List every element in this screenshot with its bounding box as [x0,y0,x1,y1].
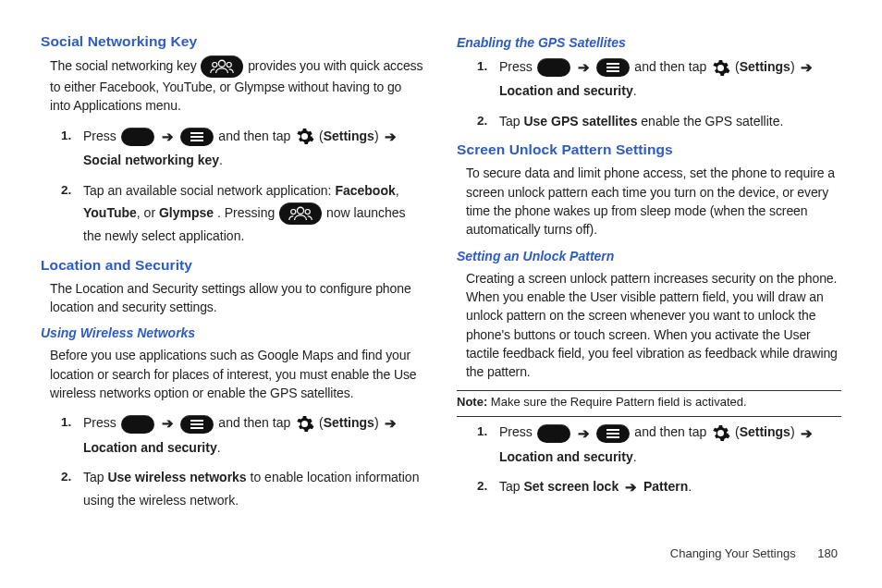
bold-text: Location and security [83,440,217,455]
people-icon [201,55,243,78]
text: ) [374,129,383,143]
text: Press [499,59,536,74]
bold-text: Use GPS satellites [523,114,637,129]
note-label: Note: [457,395,487,409]
text: . [633,83,637,98]
step-item: Tap Use GPS satellites enable the GPS sa… [477,110,841,133]
menu-button-icon [180,415,214,434]
home-button-icon [121,128,154,146]
bold-text: Settings [324,129,374,143]
chapter-title: Changing Your Settings [670,546,796,560]
bold-text: Set screen lock [523,479,619,494]
text: , [396,183,399,198]
paragraph-location-intro: The Location and Security settings allow… [50,279,425,317]
subheading-enabling-gps: Enabling the GPS Satellites [457,35,841,50]
text: Tap [83,470,107,484]
steps-pattern: Press ➔ and then tap (Settings) ➔ Locati… [477,421,841,499]
people-icon [279,202,322,225]
gear-icon [295,127,314,146]
text: and then tap [218,129,294,143]
text: enable the GPS satellite. [641,114,783,129]
home-button-icon [537,58,570,77]
text: Press [499,424,536,439]
menu-button-icon [180,128,214,146]
text: Tap an available social network applicat… [83,183,335,198]
arrow-icon: ➔ [385,125,397,149]
step-item: Tap Use wireless networks to enable loca… [61,466,425,511]
subheading-using-wireless-networks: Using Wireless Networks [41,325,425,340]
text: , or [137,205,159,220]
text: The social networking key [50,58,200,73]
text: . [688,479,692,494]
bold-text: Location and security [499,449,633,464]
bold-text: Settings [740,59,790,74]
bold-text: Settings [740,424,790,439]
text: and then tap [634,59,710,74]
home-button-icon [121,415,154,434]
text: . Pressing [217,205,278,220]
step-item: Press ➔ and then tap (Settings) ➔ Social… [61,125,425,172]
gear-icon [295,414,314,434]
document-page: Social Networking Key The social network… [0,0,882,588]
bold-text: Social networking key [83,153,219,167]
two-column-layout: Social Networking Key The social network… [41,28,841,539]
bold-text: Settings [324,415,374,430]
paragraph-wireless-intro: Before you use applications such as Goog… [50,346,425,402]
gear-icon [711,58,730,78]
note-text: Make sure the Require Pattern field is a… [487,395,746,409]
text: and then tap [218,415,294,430]
bold-text: Facebook [335,183,395,198]
bold-text: Location and security [499,83,633,98]
steps-gps: Press ➔ and then tap (Settings) ➔ Locati… [477,55,841,132]
page-number: 180 [817,546,838,560]
text: Tap [499,114,523,129]
note: Note: Make sure the Require Pattern fiel… [457,395,841,409]
bold-text: Use wireless networks [107,470,246,484]
arrow-icon: ➔ [162,411,174,435]
text: and then tap [634,424,710,439]
left-column: Social Networking Key The social network… [41,28,425,539]
text: ) [790,424,799,439]
text: . [219,153,223,167]
step-item: Tap Set screen lock ➔ Pattern. [477,475,841,499]
steps-social: Press ➔ and then tap (Settings) ➔ Social… [61,125,425,248]
bold-text: Glympse [159,205,214,220]
bold-text: YouTube [83,205,137,220]
arrow-icon: ➔ [625,475,637,499]
steps-wireless: Press ➔ and then tap (Settings) ➔ Locati… [61,411,425,511]
heading-screen-unlock-pattern: Screen Unlock Pattern Settings [457,141,841,158]
arrow-icon: ➔ [801,55,813,80]
text: Press [83,415,120,430]
menu-button-icon [596,424,630,443]
text: ) [790,59,799,74]
text: . [633,449,637,464]
step-item: Press ➔ and then tap (Settings) ➔ Locati… [477,55,841,103]
page-footer: Changing Your Settings 180 [41,546,841,560]
heading-social-networking-key: Social Networking Key [41,33,425,50]
arrow-icon: ➔ [162,125,174,149]
text: Press [83,129,120,143]
step-item: Press ➔ and then tap (Settings) ➔ Locati… [477,421,841,468]
paragraph-pattern-intro: Creating a screen unlock pattern increas… [466,269,841,382]
right-column: Enabling the GPS Satellites Press ➔ and … [457,28,841,539]
divider [457,416,841,417]
text: Tap [499,479,523,494]
text: . [217,440,221,455]
arrow-icon: ➔ [578,55,590,80]
menu-button-icon [596,58,630,77]
subheading-setting-unlock-pattern: Setting an Unlock Pattern [457,249,841,263]
home-button-icon [537,424,570,443]
arrow-icon: ➔ [578,422,590,446]
gear-icon [711,423,730,443]
heading-location-and-security: Location and Security [41,257,425,274]
paragraph-social-intro: The social networking key provides you w… [50,55,425,116]
bold-text: Pattern [643,479,688,494]
arrow-icon: ➔ [801,422,813,446]
divider [457,390,841,391]
arrow-icon: ➔ [385,411,397,435]
paragraph-screen-intro: To secure data and limit phone access, s… [466,164,841,239]
step-item: Press ➔ and then tap (Settings) ➔ Locati… [61,411,425,459]
text: ) [374,415,383,430]
step-item: Tap an available social network applicat… [61,179,425,248]
